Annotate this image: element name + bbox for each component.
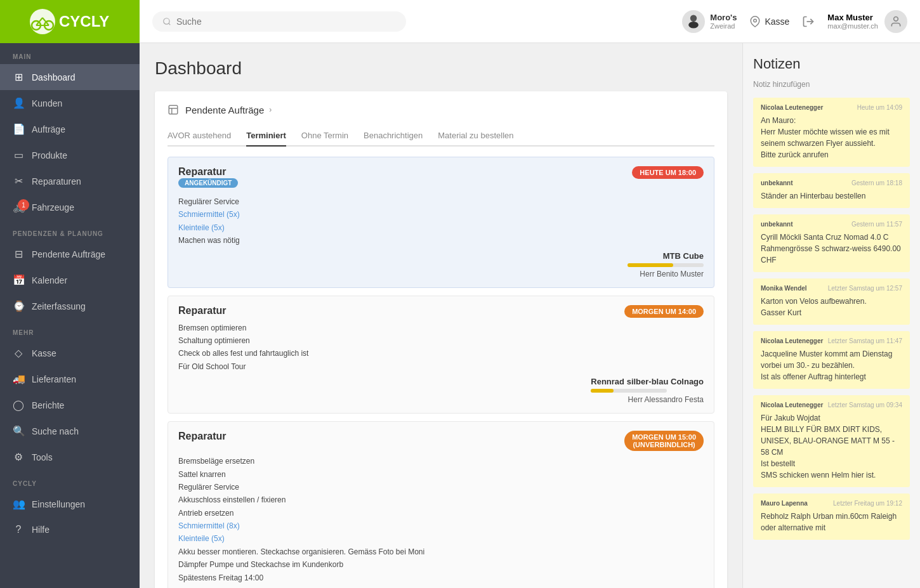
note-text: Karton von Velos aufbewahren. Gasser Kur… [761, 296, 902, 318]
tab-avor[interactable]: AVOR austehend [168, 126, 231, 147]
repair-item: Schmiermittel (5x) [178, 208, 704, 221]
orders-header-title[interactable]: Pendente Aufträge › [185, 105, 272, 115]
shop-subtitle: Zweirad [710, 22, 737, 30]
search-box[interactable] [152, 11, 406, 32]
sidebar-section-cycly: CYCLY [0, 470, 140, 491]
sidebar-item-suche-nach[interactable]: 🔍Suche nach [0, 418, 140, 444]
note-meta: Nicolaa LeuteneggerLetzter Samstag um 11… [761, 337, 902, 344]
repair-title-text: Reparatur [178, 431, 227, 442]
sidebar-item-hilfe[interactable]: ?Hilfe [0, 517, 140, 542]
repair-item: Regulärer Service [178, 195, 704, 208]
bike-name: Rennrad silber-blau Colnago [591, 377, 704, 386]
note-author: unbekannt [761, 180, 793, 186]
logout-icon[interactable] [802, 15, 815, 28]
repairs-container: ReparaturANGEKÜNDIGTHEUTE UM 18:00Regulä… [168, 157, 714, 588]
customer-name: Herr Alessandro Festa [591, 395, 704, 404]
tab-ohne-termin[interactable]: Ohne Termin [301, 126, 348, 147]
sidebar-item-kalender[interactable]: 📅Kalender [0, 267, 140, 293]
sidebar-item-zeiterfassung[interactable]: ⌚Zeiterfassung [0, 293, 140, 319]
sidebar-section-mehr: MEHR [0, 319, 140, 340]
shop-info[interactable]: Moro's Zweirad [682, 10, 737, 33]
note-author: Nicolaa Leutenegger [761, 104, 823, 111]
notes-add-link[interactable]: Notiz hinzufügen [753, 80, 910, 89]
sidebar-item-fahrzeuge[interactable]: 🚲Fahrzeuge1 [0, 194, 140, 220]
note-card-0[interactable]: Nicolaa LeuteneggerHeute um 14:09An Maur… [753, 98, 910, 167]
logo-icon: CYCLY [29, 8, 111, 36]
tab-material[interactable]: Material zu bestellen [438, 126, 513, 147]
topbar: CYCLY Moro's Zweirad Kasse [0, 0, 920, 43]
search-input[interactable] [176, 16, 367, 27]
time-badge: HEUTE UM 18:00 [632, 166, 704, 179]
sidebar-item-berichte[interactable]: ◯Berichte [0, 392, 140, 418]
note-card-3[interactable]: Monika WendelLetzter Samstag um 12:57Kar… [753, 278, 910, 325]
tools-label: Tools [32, 452, 53, 462]
note-text: Für Jakub Wojdat HELM BILLY FÜR BMX DIRT… [761, 412, 902, 481]
fahrzeuge-label: Fahrzeuge [32, 202, 74, 212]
layout: MAIN⊞Dashboard👤Kunden📄Aufträge▭Produkte✂… [0, 43, 920, 588]
note-meta: unbekanntGestern um 18:18 [761, 180, 902, 186]
note-author: unbekannt [761, 221, 793, 228]
repair-card-repair-1[interactable]: ReparaturANGEKÜNDIGTHEUTE UM 18:00Regulä… [168, 157, 714, 288]
note-meta: Mauro LapennaLetzter Freitag um 19:12 [761, 500, 902, 507]
svg-point-10 [754, 19, 757, 22]
bike-name: MTB Cube [628, 251, 704, 261]
note-time: Letzter Samstag um 11:47 [828, 337, 902, 344]
sidebar-item-lieferanten[interactable]: 🚚Lieferanten [0, 366, 140, 392]
repair-item: Bremsen optimieren [178, 322, 704, 334]
note-card-1[interactable]: unbekanntGestern um 18:18Ständer an Hint… [753, 173, 910, 208]
note-card-2[interactable]: unbekanntGestern um 11:57Cyrill Möckli S… [753, 214, 910, 272]
sidebar-item-produkte[interactable]: ▭Produkte [0, 142, 140, 168]
tab-benachrichtigen[interactable]: Benachrichtigen [364, 126, 423, 147]
note-text: Cyrill Möckli Santa Cruz Nomad 4.0 C Rah… [761, 232, 902, 266]
repair-items: Bremsen optimierenSchaltung optimierenCh… [178, 322, 704, 374]
repair-footer: Rennrad silber-blau ColnagoHerr Alessand… [178, 377, 704, 404]
repair-items: Bremsbeläge ersetzenSattel knarrenRegulä… [178, 455, 704, 584]
sidebar-item-dashboard[interactable]: ⊞Dashboard [0, 64, 140, 90]
sidebar-item-kunden[interactable]: 👤Kunden [0, 90, 140, 116]
repair-item: Akku besser montieren. Steckachse organi… [178, 546, 704, 558]
shop-name: Moro's [710, 13, 737, 22]
sidebar-item-auftraege[interactable]: 📄Aufträge [0, 116, 140, 142]
repair-header: ReparaturANGEKÜNDIGTHEUTE UM 18:00 [178, 166, 704, 192]
shop-logo-icon [685, 13, 702, 30]
sidebar-item-einstellungen[interactable]: 👥Einstellungen [0, 491, 140, 517]
sidebar-item-pendente[interactable]: ⊟Pendente Aufträge [0, 241, 140, 267]
lieferanten-icon: 🚚 [13, 373, 24, 385]
note-author: Nicolaa Leutenegger [761, 402, 823, 408]
suche-nach-icon: 🔍 [13, 425, 24, 437]
note-card-5[interactable]: Nicolaa LeuteneggerLetzter Samstag um 09… [753, 395, 910, 487]
note-text: An Mauro: Herr Muster möchte wissen wie … [761, 115, 902, 160]
note-author: Monika Wendel [761, 285, 807, 292]
note-text: Ständer an Hinterbau bestellen [761, 190, 902, 202]
note-card-6[interactable]: Mauro LapennaLetzter Freitag um 19:12Reb… [753, 493, 910, 540]
kasse-button[interactable]: Kasse [749, 16, 789, 27]
repair-footer: MTB CubeHerr Benito Muster [178, 251, 704, 278]
note-time: Gestern um 11:57 [851, 221, 902, 228]
auftraege-icon: 📄 [13, 123, 24, 135]
location-icon [749, 16, 761, 27]
user-info[interactable]: Max Muster max@muster.ch [827, 10, 907, 33]
produkte-label: Produkte [32, 150, 67, 160]
tab-terminiert[interactable]: Terminiert [246, 126, 286, 147]
customer-name: Herr Benito Muster [628, 270, 704, 278]
search-icon [162, 17, 171, 26]
repair-card-repair-2[interactable]: ReparaturMORGEN UM 14:00Bremsen optimier… [168, 296, 714, 414]
note-card-4[interactable]: Nicolaa LeuteneggerLetzter Samstag um 11… [753, 331, 910, 389]
tabs: AVOR austehendTerminiertOhne TerminBenac… [168, 126, 714, 147]
note-meta: Monika WendelLetzter Samstag um 12:57 [761, 285, 902, 292]
sidebar-item-kasse[interactable]: ◇Kasse [0, 340, 140, 366]
einstellungen-icon: 👥 [13, 498, 24, 510]
time-badge: MORGEN UM 14:00 [624, 305, 704, 318]
fahrzeuge-badge: 1 [18, 199, 29, 211]
repair-header: ReparaturMORGEN UM 15:00 (UNVERBINDLICH) [178, 431, 704, 451]
repair-card-repair-3[interactable]: ReparaturMORGEN UM 15:00 (UNVERBINDLICH)… [168, 421, 714, 588]
kalender-label: Kalender [32, 275, 67, 285]
orders-header: Pendente Aufträge › [168, 104, 714, 115]
sidebar-item-reparaturen[interactable]: ✂Reparaturen [0, 168, 140, 194]
reparaturen-label: Reparaturen [32, 176, 81, 186]
sidebar-item-tools[interactable]: ⚙Tools [0, 444, 140, 470]
einstellungen-label: Einstellungen [32, 499, 85, 509]
repair-item: Akkuschloss einstellen / fixieren [178, 493, 704, 506]
search-area [140, 11, 682, 32]
progress-bar-fill [591, 389, 614, 393]
